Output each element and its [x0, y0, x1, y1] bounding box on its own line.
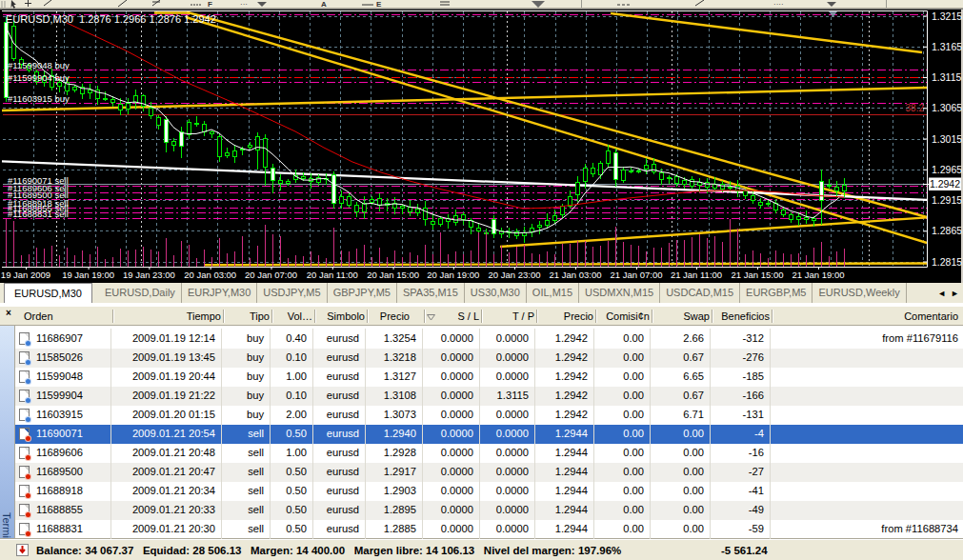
svg-text:21 Jan 15:00: 21 Jan 15:00 [732, 270, 784, 280]
svg-text:21 Jan 03:00: 21 Jan 03:00 [550, 270, 602, 280]
svg-text:1.3065: 1.3065 [932, 102, 962, 113]
svg-text:EURUSD,M30 1.2876 1.2966 1.28: EURUSD,M30 1.2876 1.2966 1.2876 1.2942 [6, 13, 216, 25]
svg-text:19 Jan 23:00: 19 Jan 23:00 [123, 270, 175, 280]
svg-text:20 Jan 23:00: 20 Jan 23:00 [489, 270, 541, 280]
svg-text:20 Jan 03:00: 20 Jan 03:00 [184, 270, 236, 280]
svg-text:1.3115: 1.3115 [932, 71, 961, 83]
svg-text:#11688831 sell: #11688831 sell [8, 209, 69, 219]
svg-text:21 Jan 11:00: 21 Jan 11:00 [671, 270, 722, 280]
svg-text:1.3165: 1.3165 [932, 41, 962, 52]
svg-text:21 Jan 07:00: 21 Jan 07:00 [611, 270, 663, 280]
svg-text:#11603915 buy: #11603915 buy [8, 93, 70, 104]
svg-text:1.2915: 1.2915 [932, 194, 962, 206]
svg-text:19 Jan 19:00: 19 Jan 19:00 [62, 270, 114, 280]
svg-text:20 Jan 19:00: 20 Jan 19:00 [427, 270, 479, 280]
svg-text:E: E [376, 0, 382, 9]
svg-text:20 Jan 15:00: 20 Jan 15:00 [367, 270, 419, 280]
svg-text:#11599048 buy: #11599048 buy [8, 60, 70, 70]
svg-text:····: ···· [773, 0, 784, 9]
svg-text:1.2865: 1.2865 [932, 225, 962, 236]
svg-text:1.2965: 1.2965 [932, 164, 962, 175]
svg-text:1.2942: 1.2942 [930, 178, 960, 190]
svg-text:···: ··· [240, 0, 248, 9]
svg-text:A: A [321, 0, 327, 9]
svg-text:F: F [208, 0, 212, 9]
svg-text:1.2815: 1.2815 [932, 256, 962, 268]
svg-text:21 Jan 19:00: 21 Jan 19:00 [792, 270, 845, 280]
svg-text:19 Jan 2009: 19 Jan 2009 [1, 270, 50, 280]
svg-text:20 Jan 07:00: 20 Jan 07:00 [245, 270, 297, 280]
svg-text:#11599904 buy: #11599904 buy [8, 72, 70, 83]
svg-text:1.3215: 1.3215 [932, 10, 962, 22]
svg-text:1.3015: 1.3015 [932, 133, 962, 145]
svg-text:20 Jan 11:00: 20 Jan 11:00 [307, 270, 358, 280]
svg-text:38.2: 38.2 [906, 103, 925, 113]
